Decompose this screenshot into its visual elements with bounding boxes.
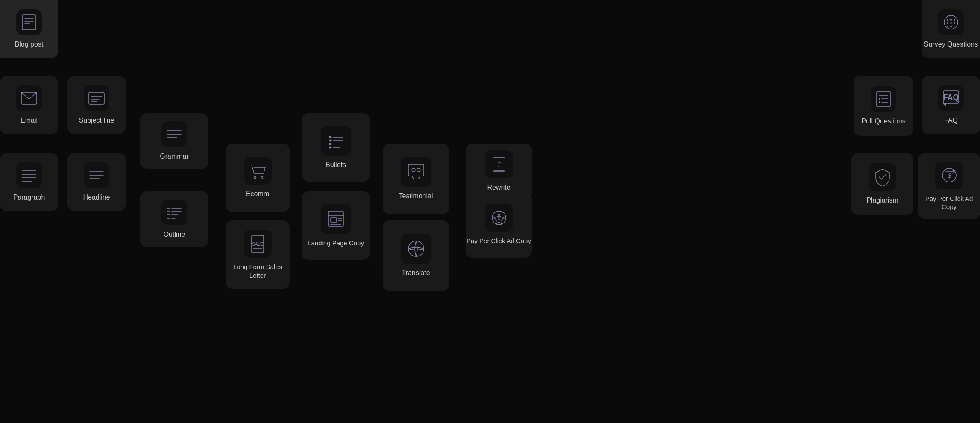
- long-form-label: Long Form Sales Letter: [226, 263, 290, 279]
- card-ppc-ad-copy-right[interactable]: $ Pay Per Click Ad Copy: [918, 153, 980, 219]
- card-long-form-sales-letter[interactable]: SALE Long Form Sales Letter: [226, 220, 290, 289]
- svg-text:$: $: [947, 172, 951, 179]
- svg-rect-60: [331, 218, 337, 222]
- ecomm-icon: [244, 157, 272, 185]
- svg-point-7: [954, 19, 955, 21]
- svg-text:FAQ: FAQ: [943, 93, 959, 102]
- svg-point-10: [954, 22, 955, 24]
- card-headline[interactable]: Headline: [67, 153, 126, 211]
- poll-questions-label: Poll Questions: [861, 117, 905, 126]
- card-outline[interactable]: Outline: [140, 191, 208, 247]
- rewrite-icon: T: [485, 150, 513, 178]
- translate-label: Translate: [402, 269, 430, 278]
- rewrite-label: Rewrite: [487, 183, 510, 192]
- svg-line-67: [412, 176, 414, 179]
- svg-point-8: [947, 22, 948, 24]
- svg-rect-64: [408, 164, 424, 176]
- paragraph-icon: [16, 162, 42, 188]
- faq-label: FAQ: [944, 116, 958, 125]
- svg-point-56: [329, 146, 332, 148]
- svg-point-69: [408, 241, 424, 256]
- headline-label: Headline: [83, 193, 110, 202]
- svg-point-52: [329, 139, 332, 141]
- card-ppc-ad-copy-left[interactable]: $ Pay Per Click Ad Copy: [466, 191, 532, 258]
- outline-icon: [161, 200, 187, 225]
- svg-point-11: [947, 26, 948, 27]
- card-rewrite[interactable]: T Rewrite: [466, 144, 532, 199]
- email-label: Email: [21, 116, 38, 125]
- svg-point-44: [254, 176, 256, 179]
- svg-text:SALE: SALE: [252, 242, 263, 247]
- svg-text:T: T: [497, 161, 502, 168]
- svg-point-6: [950, 19, 952, 21]
- svg-rect-0: [22, 15, 36, 30]
- svg-point-9: [950, 22, 952, 24]
- subject-line-label: Subject line: [79, 116, 114, 125]
- svg-point-45: [261, 176, 263, 179]
- card-translate[interactable]: Translate: [383, 220, 449, 291]
- plagiarism-label: Plagiarism: [866, 196, 898, 205]
- svg-text:$: $: [497, 215, 500, 220]
- testimonial-label: Testimonial: [399, 192, 433, 201]
- headline-icon: [84, 162, 109, 188]
- svg-point-50: [329, 136, 332, 138]
- email-icon: [16, 85, 42, 111]
- blog-post-label: Blog post: [15, 40, 44, 49]
- survey-questions-icon: [938, 9, 964, 35]
- grammar-label: Grammar: [160, 152, 189, 161]
- subject-line-icon: [84, 85, 109, 111]
- card-survey-questions[interactable]: Survey Questions: [922, 0, 980, 58]
- poll-questions-icon: [871, 86, 896, 112]
- svg-point-65: [412, 168, 415, 172]
- outline-label: Outline: [164, 230, 185, 239]
- ecomm-label: Ecomm: [246, 190, 269, 199]
- card-subject-line[interactable]: Subject line: [67, 76, 126, 134]
- landing-page-label: Landing Page Copy: [308, 239, 364, 247]
- svg-rect-14: [89, 92, 104, 104]
- svg-rect-18: [877, 91, 890, 107]
- card-blog-post[interactable]: Blog post: [0, 0, 58, 58]
- svg-point-54: [329, 143, 332, 145]
- faq-icon: FAQ: [938, 85, 964, 111]
- landing-page-icon: [321, 204, 351, 234]
- card-email[interactable]: Email: [0, 76, 58, 134]
- card-ecomm[interactable]: Ecomm: [226, 144, 290, 212]
- ppc-left-label: Pay Per Click Ad Copy: [467, 237, 531, 245]
- card-plagiarism[interactable]: Plagiarism: [851, 153, 913, 215]
- card-poll-questions[interactable]: Poll Questions: [854, 76, 913, 136]
- card-paragraph[interactable]: Paragraph: [0, 153, 58, 211]
- long-form-icon: SALE: [244, 230, 272, 258]
- svg-point-66: [417, 168, 420, 172]
- ppc-right-icon: $: [935, 162, 963, 189]
- plagiarism-icon: [869, 163, 896, 191]
- survey-questions-label: Survey Questions: [924, 40, 978, 49]
- svg-point-20: [879, 98, 880, 100]
- card-bullets[interactable]: Bullets: [302, 113, 370, 182]
- bullets-icon: [321, 126, 351, 156]
- paragraph-label: Paragraph: [13, 193, 45, 202]
- card-faq[interactable]: FAQ FAQ: [922, 76, 980, 134]
- svg-point-12: [950, 26, 952, 27]
- svg-point-22: [879, 101, 880, 103]
- bullets-label: Bullets: [326, 161, 346, 170]
- testimonial-icon: [401, 157, 431, 187]
- grammar-icon: [161, 121, 187, 147]
- svg-line-68: [419, 176, 420, 179]
- blog-post-icon: [16, 9, 42, 35]
- card-landing-page-copy[interactable]: Landing Page Copy: [302, 191, 370, 260]
- card-grammar[interactable]: Grammar: [140, 113, 208, 169]
- translate-icon: [401, 234, 431, 264]
- ppc-right-label: Pay Per Click Ad Copy: [918, 194, 980, 211]
- card-testimonial[interactable]: Testimonial: [383, 144, 449, 214]
- ppc-left-icon: $: [485, 204, 513, 232]
- svg-point-5: [947, 19, 948, 21]
